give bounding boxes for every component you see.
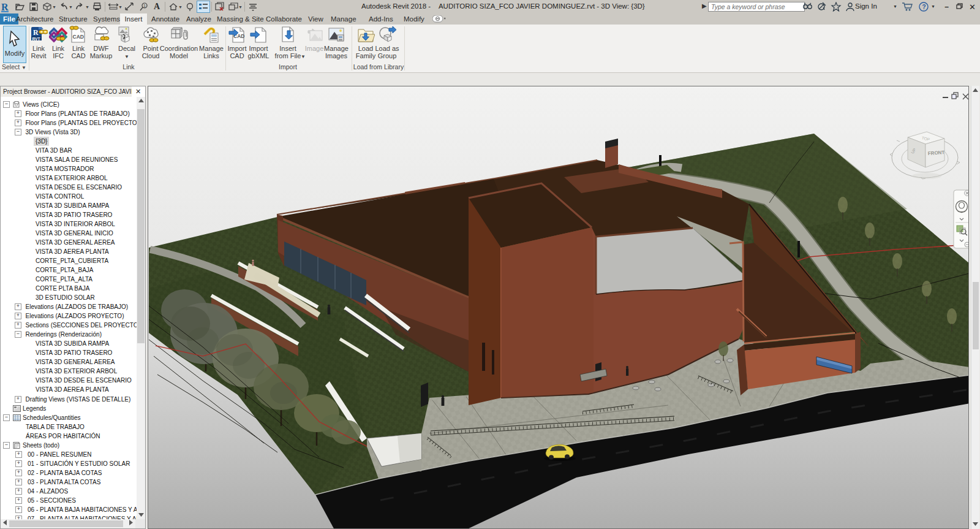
svg-text:CAD: CAD	[73, 34, 84, 40]
svg-text:R: R	[1, 2, 9, 12]
svg-text:R: R	[33, 28, 39, 37]
svg-text:RVT: RVT	[32, 37, 40, 41]
svg-text:?: ?	[922, 4, 926, 10]
svg-text:1: 1	[143, 4, 146, 8]
svg-text:FRONT: FRONT	[928, 150, 945, 156]
